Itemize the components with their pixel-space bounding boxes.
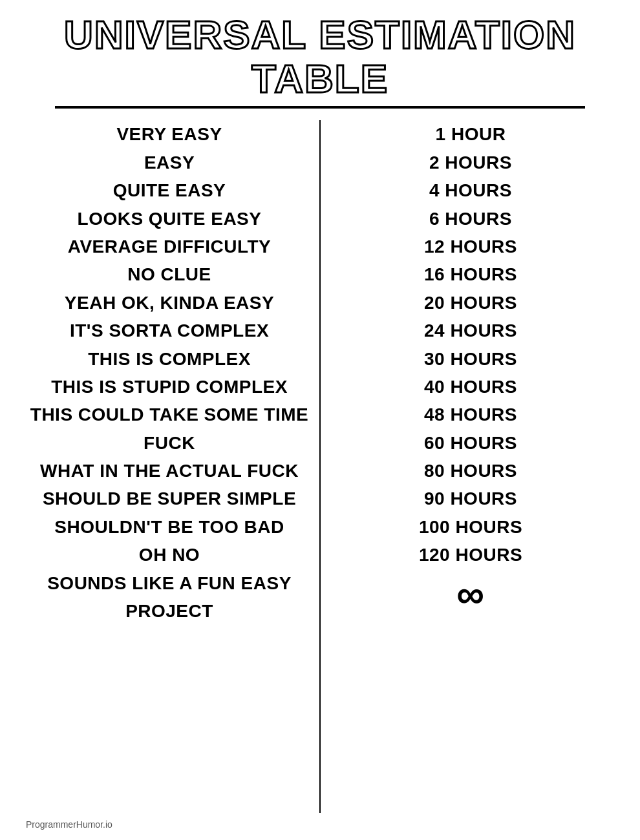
time-item: 40 HOURS (424, 373, 517, 401)
time-item: 12 HOURS (424, 233, 517, 260)
page-title: UNIVERSAL ESTIMATION TABLE (26, 13, 614, 101)
difficulty-item: SHOULDN'T BE TOO BAD (54, 513, 284, 541)
time-item: 90 HOURS (424, 485, 517, 512)
time-item: 20 HOURS (424, 289, 517, 317)
difficulty-item: EASY (144, 149, 195, 176)
time-item: 2 HOURS (429, 149, 512, 176)
difficulty-item: NO CLUE (127, 260, 211, 288)
difficulty-item: OH NO (139, 541, 200, 569)
time-column: 1 HOUR2 HOURS4 HOURS6 HOURS12 HOURS16 HO… (321, 120, 614, 813)
time-item: 30 HOURS (424, 345, 517, 373)
time-item: 100 HOURS (419, 513, 522, 541)
difficulty-item: THIS COULD TAKE SOME TIME (30, 401, 308, 428)
difficulty-item: WHAT IN THE ACTUAL FUCK (40, 457, 299, 485)
difficulty-item: IT'S SORTA COMPLEX (70, 317, 269, 344)
page-wrapper: UNIVERSAL ESTIMATION TABLE VERY EASYEASY… (0, 0, 640, 840)
time-item: 6 HOURS (429, 205, 512, 233)
difficulty-item: SHOULD BE SUPER SIMPLE (43, 485, 296, 512)
footer-label: ProgrammerHumor.io (26, 813, 112, 834)
time-item: 16 HOURS (424, 260, 517, 288)
time-item: 4 HOURS (429, 176, 512, 204)
difficulty-item: LOOKS QUITE EASY (78, 205, 262, 233)
table-container: VERY EASYEASYQUITE EASYLOOKS QUITE EASYA… (26, 120, 614, 813)
difficulty-item: FUCK (144, 429, 195, 457)
time-item: 24 HOURS (424, 317, 517, 344)
time-item: 80 HOURS (424, 457, 517, 485)
difficulty-item: THIS IS COMPLEX (88, 345, 251, 373)
time-item: ∞ (456, 569, 484, 620)
difficulty-item: VERY EASY (116, 120, 222, 148)
difficulty-item: QUITE EASY (113, 176, 226, 204)
title-underline (55, 106, 585, 109)
difficulty-column: VERY EASYEASYQUITE EASYLOOKS QUITE EASYA… (26, 120, 321, 813)
difficulty-item: AVERAGE DIFFICULTY (68, 233, 271, 260)
time-item: 48 HOURS (424, 401, 517, 428)
difficulty-item: THIS IS STUPID COMPLEX (51, 373, 288, 401)
time-item: 120 HOURS (419, 541, 522, 569)
difficulty-item: SOUNDS LIKE A FUN EASY PROJECT (26, 569, 313, 625)
time-item: 60 HOURS (424, 429, 517, 457)
difficulty-item: YEAH OK, KINDA EASY (65, 289, 274, 317)
time-item: 1 HOUR (436, 120, 506, 148)
